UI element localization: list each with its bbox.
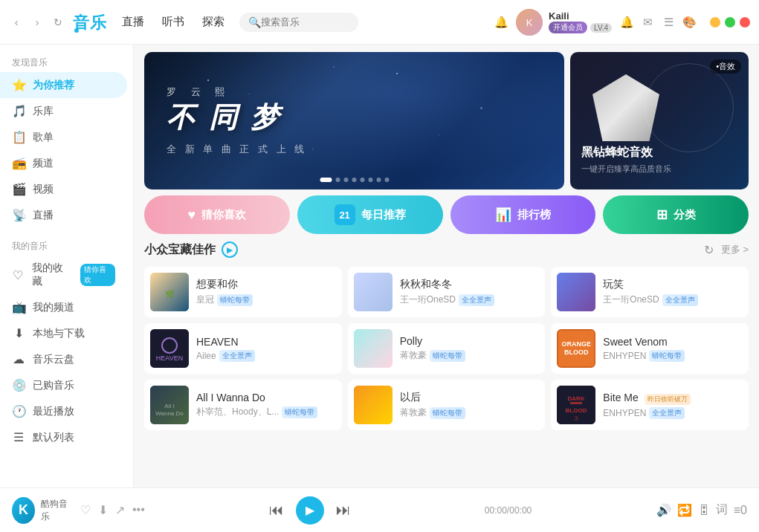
skin-icon[interactable]: 🎨 bbox=[682, 15, 697, 30]
prev-button[interactable]: ⏮ bbox=[269, 502, 284, 519]
bell-icon[interactable]: 🔔 bbox=[619, 15, 634, 30]
section-header: 小众宝藏佳作 ▶ ↻ 更多 > bbox=[144, 241, 749, 258]
play-button[interactable]: ▶ bbox=[296, 496, 324, 525]
sidebar-item-channel[interactable]: 📻 频道 bbox=[0, 150, 127, 176]
sidebar-item-cloud[interactable]: ☁ 音乐云盘 bbox=[0, 346, 127, 372]
sidebar-item-live[interactable]: 📡 直播 bbox=[0, 202, 127, 228]
refresh-icon[interactable]: ↻ bbox=[704, 243, 714, 257]
sidebar-item-local[interactable]: ⬇ 本地与下载 bbox=[0, 320, 127, 346]
song-info: HEAVEN Ailee 全全景声 bbox=[196, 336, 336, 362]
window-controls: − + × bbox=[710, 17, 750, 27]
svg-rect-5 bbox=[557, 273, 595, 311]
svg-rect-16 bbox=[570, 402, 582, 404]
list-item[interactable]: 玩笑 王一珩OneSD 全全景声 bbox=[551, 267, 749, 317]
local-icon: ⬇ bbox=[12, 326, 25, 340]
song-tag: 蟒蛇每带 bbox=[649, 350, 685, 362]
sidebar-item-library[interactable]: 🎵 乐库 bbox=[0, 98, 127, 124]
guess-you-like-button[interactable]: ♥ 猜你喜欢 bbox=[144, 195, 290, 234]
cloud-icon: ☁ bbox=[12, 352, 25, 366]
dot-7[interactable] bbox=[376, 178, 381, 182]
player-app-name: 酷狗音乐 bbox=[41, 498, 71, 523]
side-banner[interactable]: •音效 黑钻蜂蛇音效 一键开启臻享高品质音乐 bbox=[570, 52, 749, 189]
dot-1[interactable] bbox=[320, 178, 332, 182]
playlist-icon: 📋 bbox=[12, 130, 25, 144]
player-right: 🔊 🔁 🎛 词 ≡0 bbox=[656, 502, 747, 518]
user-name: Kaili bbox=[549, 10, 612, 22]
category-button[interactable]: ⊞ 分类 bbox=[603, 195, 749, 234]
sidebar-item-my-channel[interactable]: 📺 我的频道 bbox=[0, 294, 127, 320]
more-action[interactable]: ••• bbox=[132, 503, 145, 517]
more-link[interactable]: 更多 > bbox=[721, 243, 749, 256]
search-bar[interactable]: 🔍 bbox=[239, 13, 358, 32]
equalizer-icon[interactable]: 🎛 bbox=[698, 504, 710, 517]
refresh-button[interactable]: ↻ bbox=[51, 15, 65, 30]
minimize-button[interactable]: − bbox=[710, 17, 720, 27]
play-all-button[interactable]: ▶ bbox=[222, 241, 238, 258]
sidebar-item-playlist[interactable]: 📋 歌单 bbox=[0, 124, 127, 150]
sidebar-item-default-list[interactable]: ☰ 默认列表 bbox=[0, 424, 127, 450]
search-input[interactable] bbox=[261, 16, 350, 27]
back-button[interactable]: ‹ bbox=[9, 15, 24, 30]
dot-5[interactable] bbox=[360, 178, 364, 182]
player-logo: K bbox=[12, 497, 35, 524]
sidebar-item-purchased[interactable]: 💿 已购音乐 bbox=[0, 372, 127, 398]
like-action[interactable]: ♡ bbox=[80, 503, 91, 517]
next-button[interactable]: ⏭ bbox=[336, 502, 351, 519]
dot-3[interactable] bbox=[343, 178, 348, 182]
list-item[interactable]: 🌿 想要和你 皇冠 蟒蛇每带 bbox=[144, 267, 342, 317]
song-tag: 蟒蛇每带 bbox=[282, 406, 317, 418]
loop-icon[interactable]: 🔁 bbox=[677, 503, 692, 517]
list-item[interactable]: 秋秋和冬冬 王一珩OneSD 全全景声 bbox=[348, 267, 546, 317]
playlist-icon[interactable]: ≡0 bbox=[734, 504, 747, 517]
avatar[interactable]: K bbox=[516, 9, 543, 36]
song-name: Polly bbox=[400, 335, 540, 347]
sidebar-item-label: 频道 bbox=[33, 157, 54, 170]
list-item[interactable]: Polly 蒋敦豪 蟒蛇每带 bbox=[348, 323, 546, 374]
daily-recommend-button[interactable]: 21 每日推荐 bbox=[297, 195, 443, 234]
lyrics-icon[interactable]: 词 bbox=[716, 502, 728, 518]
guess-you-like-label: 猜你喜欢 bbox=[201, 208, 246, 222]
list-item[interactable]: HEAVEN HEAVEN Ailee 全全景声 bbox=[144, 323, 342, 374]
mail-icon[interactable]: ✉ bbox=[640, 15, 655, 30]
song-name: Sweet Venom bbox=[603, 336, 743, 348]
nav-explore[interactable]: 探索 bbox=[202, 12, 225, 32]
nav-live[interactable]: 直播 bbox=[122, 12, 144, 32]
player: K 酷狗音乐 ♡ ⬇ ↗ ••• ⏮ ▶ ⏭ 00:00/00:00 🔊 🔁 🎛… bbox=[0, 487, 759, 532]
download-action[interactable]: ⬇ bbox=[98, 503, 108, 517]
close-button[interactable]: × bbox=[740, 17, 750, 27]
dot-4[interactable] bbox=[352, 178, 356, 182]
player-controls: ⏮ ▶ ⏭ bbox=[269, 496, 351, 525]
dot-8[interactable] bbox=[384, 178, 389, 182]
maximize-button[interactable]: + bbox=[725, 17, 735, 27]
category-label: 分类 bbox=[674, 208, 696, 222]
song-thumbnail: 🌿 bbox=[150, 273, 189, 311]
list-item[interactable]: ORANGE BLOOD Sweet Venom ENHYPEN 蟒蛇每带 bbox=[551, 323, 749, 374]
nav-audiobook[interactable]: 听书 bbox=[162, 12, 184, 32]
sidebar-item-favorites[interactable]: ♡ 我的收藏 猜你喜欢 bbox=[0, 256, 127, 294]
hits-tag: 昨日收听破万 bbox=[645, 394, 691, 405]
forward-button[interactable]: › bbox=[30, 15, 45, 30]
song-artist: 皇冠 蟒蛇每带 bbox=[196, 293, 336, 306]
volume-icon[interactable]: 🔊 bbox=[656, 503, 671, 517]
sidebar-item-recent[interactable]: 🕐 最近播放 bbox=[0, 398, 127, 424]
recent-icon: 🕐 bbox=[12, 404, 25, 418]
share-action[interactable]: ↗ bbox=[115, 503, 125, 517]
dot-2[interactable] bbox=[335, 178, 340, 182]
list-item[interactable]: All IWanna Do All I Wanna Do 朴宰范、Hoody、L… bbox=[144, 380, 342, 430]
list-item[interactable]: DARKBLOOD3 Bite Me 昨日收听破万 ENHYPEN 全全景声 bbox=[551, 380, 749, 430]
menu-icon[interactable]: ☰ bbox=[661, 15, 676, 30]
library-icon: 🎵 bbox=[12, 104, 25, 118]
list-item[interactable]: 以后 蒋敦豪 蟒蛇每带 bbox=[348, 380, 546, 430]
vip-badge[interactable]: 开通会员 bbox=[549, 22, 587, 33]
svg-text:BLOOD: BLOOD bbox=[566, 407, 587, 414]
nav-arrows: ‹ › ↻ bbox=[9, 15, 65, 30]
main-banner[interactable]: 罗 云 熙 不 同 梦 全 新 单 曲 正 式 上 线 bbox=[144, 52, 564, 189]
sidebar-item-recommend[interactable]: ⭐ 为你推荐 bbox=[0, 72, 127, 98]
sidebar-item-label: 我的收藏 bbox=[32, 262, 71, 288]
sidebar-mymusic-title: 我的音乐 bbox=[0, 236, 133, 256]
player-left: K 酷狗音乐 bbox=[12, 497, 71, 524]
sidebar-item-video[interactable]: 🎬 视频 bbox=[0, 176, 127, 202]
chart-button[interactable]: 📊 排行榜 bbox=[450, 195, 596, 234]
notification-icon[interactable]: 🔔 bbox=[494, 15, 508, 30]
dot-6[interactable] bbox=[368, 178, 372, 182]
